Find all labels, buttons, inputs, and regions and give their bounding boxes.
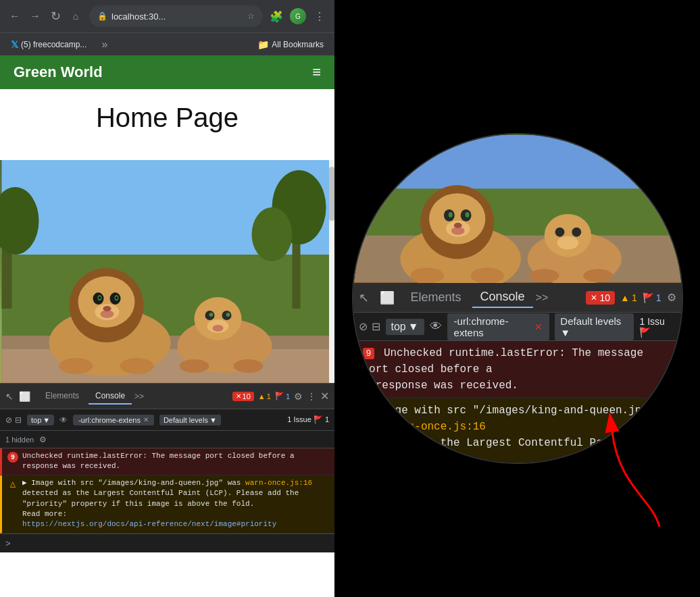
bookmarks-more[interactable]: » [99, 37, 110, 52]
devtools-overflow-icon[interactable]: ⋮ [307, 391, 316, 402]
tab-more[interactable]: >> [134, 392, 144, 401]
svg-point-46 [453, 223, 461, 228]
menu-button[interactable]: ⋮ [311, 8, 328, 24]
magnified-view: ↖ ⬜ Elements Console >> ✕ 10 ▲ 1 [334, 0, 700, 597]
chrome-ext-label: -url:chrome-extens [78, 416, 141, 424]
mag-pointer-icon[interactable]: ↖ [359, 290, 369, 305]
clear-console-icon[interactable]: ⊘ [5, 415, 12, 425]
site-title: Green World [14, 63, 103, 81]
extensions-button[interactable]: 🧩 [268, 8, 284, 24]
hamburger-menu[interactable]: ≡ [312, 63, 321, 81]
devtools-pointer-icon[interactable]: ↖ [5, 391, 14, 402]
browser-window: ← → ↻ ⌂ 🔒 localhost:30... ☆ 🧩 G ⋮ 𝕏 (5) … [0, 0, 334, 597]
eye-filter-icon[interactable]: 👁 [59, 415, 68, 425]
lion-image [0, 160, 334, 383]
devtools-panel: ↖ ⬜ Elements Console >> ✕ 10 ▲ 1 [0, 383, 334, 552]
mag-clear-icon[interactable]: ⊘ [359, 320, 368, 333]
hidden-label: 1 hidden [5, 436, 34, 444]
default-levels-label: Default levels [164, 416, 208, 424]
svg-point-48 [544, 214, 591, 257]
console-filter-bar: ⊘ ⊟ top ▼ 👁 -url:chrome-extens ✕ Default… [0, 409, 334, 431]
mag-error-icon: 9 [363, 348, 375, 359]
mag-chrome-ext-x-icon[interactable]: ✕ [534, 321, 543, 332]
mag-error-text: 9 Unchecked runtime.lastError: The messa… [363, 345, 675, 394]
mag-filter-toggle-icon[interactable]: ⊟ [372, 320, 380, 333]
mag-lion-area [353, 134, 682, 283]
refresh-button[interactable]: ↻ [47, 8, 64, 24]
toolbar-icons: 🧩 G ⋮ [268, 8, 328, 24]
top-dropdown[interactable]: top ▼ [27, 415, 54, 425]
webpage-area: Green World ≡ Home Page [0, 55, 334, 597]
filter-toggle-icon[interactable]: ⊟ [15, 415, 22, 425]
svg-point-15 [99, 296, 101, 299]
bookmark-all-label: All Bookmarks [272, 40, 324, 49]
warning-badge: ▲ 1 [258, 392, 271, 400]
mag-chrome-ext-filter[interactable]: -url:chrome-extens ✕ [447, 313, 550, 340]
chrome-ext-remove-icon[interactable]: ✕ [143, 416, 149, 423]
console-messages: 9 Unchecked runtime.lastError: The messa… [0, 448, 334, 534]
mag-mobile-icon[interactable]: ⬜ [380, 290, 395, 305]
svg-point-51 [557, 236, 578, 250]
back-button[interactable]: ← [7, 8, 23, 24]
svg-point-54 [529, 269, 559, 282]
bookmark-twitter[interactable]: 𝕏 (5) freecodcamp... [7, 38, 91, 51]
svg-point-32 [180, 359, 209, 373]
mag-warning-badge: ▲ 1 [620, 292, 637, 303]
console-input-bar[interactable]: > [0, 534, 334, 552]
warn-once-link[interactable]: warn-once.js:16 [245, 479, 312, 487]
mag-tab-console[interactable]: Console [472, 287, 533, 308]
mag-tab-more[interactable]: >> [536, 292, 549, 304]
info-badge: 🚩 1 [275, 392, 290, 400]
mag-warn-link[interactable]: warn-once.js:16 [389, 421, 486, 433]
bookmark-all[interactable]: 📁 All Bookmarks [253, 38, 328, 51]
mag-eye-icon[interactable]: 👁 [430, 319, 442, 334]
tab-console[interactable]: Console [89, 388, 132, 405]
svg-point-49 [555, 228, 564, 237]
scrollbar-thumb[interactable] [329, 167, 334, 221]
forward-button[interactable]: → [27, 8, 43, 24]
mag-tab-elements[interactable]: Elements [403, 288, 470, 307]
svg-point-50 [572, 228, 581, 237]
star-icon: ☆ [247, 11, 255, 21]
devtools-settings-icon[interactable]: ⚙ [294, 391, 303, 402]
mag-badges: ✕ 10 ▲ 1 🚩 1 ⚙ [586, 291, 676, 305]
green-navbar: Green World ≡ [0, 55, 334, 89]
red-arrow [599, 405, 680, 543]
mag-error-msg: 9 Unchecked runtime.lastError: The messa… [353, 341, 682, 398]
hidden-settings-icon[interactable]: ⚙ [39, 435, 47, 444]
address-text: localhost:30... [111, 11, 166, 22]
mag-default-levels[interactable]: Default levels ▼ [555, 313, 634, 340]
svg-point-55 [583, 269, 613, 282]
svg-point-9 [252, 207, 293, 261]
chrome-ext-filter[interactable]: -url:chrome-extens ✕ [73, 415, 154, 425]
svg-point-27 [209, 313, 214, 317]
profile-button[interactable]: G [290, 8, 306, 24]
home-button[interactable]: ⌂ [68, 8, 84, 24]
svg-point-41 [448, 212, 452, 217]
page-content: Home Page [0, 89, 334, 160]
levels-chevron-icon: ▼ [209, 416, 217, 424]
console-prompt: > [5, 538, 11, 548]
mag-error-badge: ✕ 10 [586, 291, 615, 305]
issues-button[interactable]: 1 Issue 🚩 1 [287, 415, 329, 424]
nextjs-docs-link[interactable]: https://nextjs.org/docs/api-reference/ne… [22, 520, 276, 528]
error-badge: ✕ 10 [232, 392, 254, 401]
mag-settings-icon[interactable]: ⚙ [667, 291, 676, 304]
devtools-close-icon[interactable]: ✕ [320, 390, 329, 403]
mag-chrome-ext-label: -url:chrome-extens [454, 315, 532, 338]
mag-info-badge: 🚩 1 [643, 292, 661, 303]
bookmark-twitter-label: (5) freecodcamp... [21, 40, 86, 49]
mag-issues-btn[interactable]: 1 Issu 🚩 [639, 316, 676, 338]
address-bar[interactable]: 🔒 localhost:30... ☆ [89, 5, 263, 27]
tab-elements[interactable]: Elements [39, 388, 86, 405]
top-chevron-icon: ▼ [43, 416, 50, 424]
svg-rect-4 [2, 349, 333, 383]
devtools-toolbar: ↖ ⬜ Elements Console >> ✕ 10 ▲ 1 [0, 384, 334, 409]
nav-buttons: ← → ↻ ⌂ [7, 8, 84, 24]
devtools-mobile-icon[interactable]: ⬜ [19, 391, 30, 402]
scrollbar[interactable] [329, 160, 334, 383]
default-levels-dropdown[interactable]: Default levels ▼ [159, 415, 221, 425]
mag-top-dropdown[interactable]: top ▼ [386, 319, 424, 335]
svg-point-29 [226, 313, 230, 317]
svg-point-52 [410, 267, 444, 283]
